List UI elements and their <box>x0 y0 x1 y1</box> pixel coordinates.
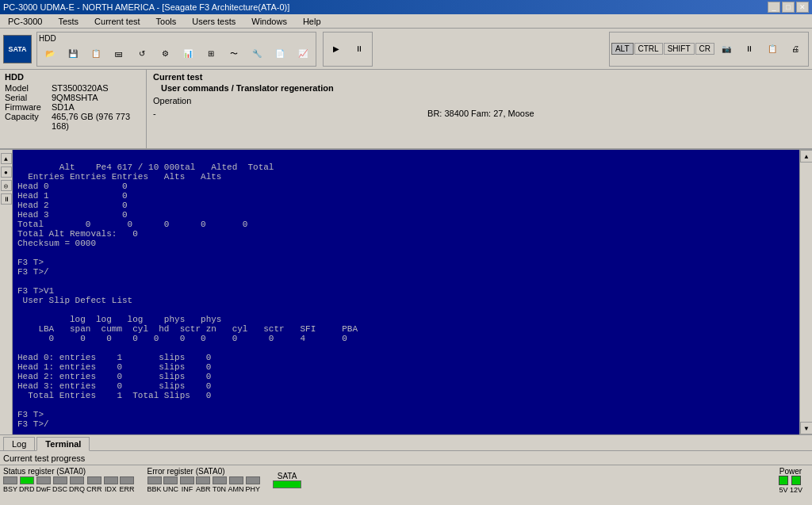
test-name: User commands / Translator regeneration <box>153 83 806 93</box>
dsc-label: DSC <box>52 485 67 493</box>
err-label: ERR <box>120 485 135 493</box>
crr-label: CRR <box>86 485 102 493</box>
bit-drq: DRQ <box>69 476 85 493</box>
sata-indicator: SATA <box>273 472 301 488</box>
dwf-led <box>36 476 51 484</box>
toolbar-copy-btn[interactable]: 📋 <box>85 43 107 65</box>
bit-bbk: BBK <box>147 476 162 493</box>
menu-bar: PC-3000 Tests Current test Tools Users t… <box>0 14 812 29</box>
toolbar-settings-btn[interactable]: ⚙ <box>154 43 176 65</box>
title-bar: PC-3000 UDMA-E - NORTH AMERICA - [Seagat… <box>0 0 812 14</box>
operation-value: - <box>153 109 156 118</box>
status-reg-group: Status register (SATA0) BSY DRD DwF DSC … <box>3 467 135 493</box>
drd-led <box>20 476 34 484</box>
close-button[interactable]: ✕ <box>796 2 809 13</box>
toolbar-open-btn[interactable]: 📂 <box>39 43 61 65</box>
unc-label: UNC <box>163 485 179 493</box>
t0n-label: T0N <box>213 485 226 493</box>
idx-label: IDX <box>105 485 117 493</box>
t0n-led <box>213 476 227 484</box>
toolbar-grid-btn[interactable]: ⊞ <box>200 43 222 65</box>
amn-led <box>229 476 243 484</box>
rom-print-btn[interactable]: 🖨 <box>784 38 806 60</box>
tabs-bar: Log Terminal <box>0 434 812 450</box>
maximize-button[interactable]: □ <box>782 2 795 13</box>
sata-indicator-label: SATA <box>278 472 297 480</box>
capacity-value: 465,76 GB (976 773 168) <box>52 112 141 131</box>
capacity-label: Capacity <box>5 112 48 131</box>
menu-current-test[interactable]: Current test <box>90 15 144 28</box>
bit-drd: DRD <box>19 476 35 493</box>
main-content: HDD Model ST3500320AS Serial 9QM8SHTA Fi… <box>0 70 812 149</box>
bit-amn: AMN <box>228 476 244 493</box>
power-bars: 5V 12V <box>779 476 802 494</box>
toolbar-refresh-btn[interactable]: ↺ <box>131 43 153 65</box>
error-reg-group: Error register (SATA0) BBK UNC INF ABR T… <box>147 467 261 493</box>
rom-copy2-btn[interactable]: 📋 <box>761 38 783 60</box>
inf-label: INF <box>182 485 193 493</box>
power-group: Power 5V 12V <box>779 467 802 494</box>
toolbar-chart-btn[interactable]: 📊 <box>177 43 199 65</box>
idx-led <box>104 476 118 484</box>
minimize-button[interactable]: _ <box>768 2 780 13</box>
toolbar-save-btn[interactable]: 💾 <box>62 43 84 65</box>
status-bar: Current test progress <box>0 450 812 465</box>
rom-shift-btn[interactable]: SHIFT <box>664 43 695 55</box>
toolbar-wave-btn[interactable]: 〜 <box>223 43 245 65</box>
hdd-serial-row: Serial 9QM8SHTA <box>5 93 141 102</box>
bit-dwf: DwF <box>36 476 52 493</box>
scroll-up-btn[interactable]: ▲ <box>800 150 812 163</box>
term-icon-3[interactable]: ◎ <box>1 180 12 191</box>
rom-pause2-btn[interactable]: ⏸ <box>738 38 760 60</box>
menu-pc3000[interactable]: PC-3000 <box>3 15 47 28</box>
menu-users-tests[interactable]: Users tests <box>187 15 240 28</box>
power-5v-label: 5V <box>779 486 787 494</box>
model-value: ST3500320AS <box>52 83 109 93</box>
terminal-content: Alt Pe4 617 / 10 000tal Alted Total Entr… <box>17 163 609 434</box>
error-reg-label: Error register (SATA0) <box>147 467 261 476</box>
abr-led <box>196 476 210 484</box>
error-reg-bits: BBK UNC INF ABR T0N AMN <box>147 476 261 493</box>
rom-ctrl-btn[interactable]: CTRL <box>634 43 663 55</box>
rom-alt-btn[interactable]: ALT <box>611 43 634 55</box>
bit-bsy: BSY <box>3 476 17 493</box>
menu-tools[interactable]: Tools <box>151 15 182 28</box>
toolbar-tool-btn[interactable]: 🔧 <box>246 43 268 65</box>
toolbar-hdd-btn[interactable]: 🖴 <box>108 43 130 65</box>
scroll-track <box>800 163 812 422</box>
unc-led <box>163 476 178 484</box>
hdd-firmware-row: Firmware SD1A <box>5 102 141 112</box>
err-led <box>120 476 134 484</box>
menu-tests[interactable]: Tests <box>53 15 83 28</box>
term-icon-4[interactable]: ⏸ <box>1 193 12 205</box>
serial-label: Serial <box>5 93 48 102</box>
menu-windows[interactable]: Windows <box>247 15 292 28</box>
terminal-scrollbar: ▲ ▼ <box>799 150 812 434</box>
terminal-screen[interactable]: Alt Pe4 617 / 10 000tal Alted Total Entr… <box>13 150 799 434</box>
toolbar-graph-btn[interactable]: 📈 <box>292 43 314 65</box>
reg-bar: Status register (SATA0) BSY DRD DwF DSC … <box>0 465 812 495</box>
status-reg-bits: BSY DRD DwF DSC DRQ CRR <box>3 476 135 493</box>
rom-cr-btn[interactable]: CR <box>695 43 714 55</box>
tab-terminal[interactable]: Terminal <box>36 437 90 451</box>
terminal-left-icons: ▲ ● ◎ ⏸ <box>0 150 13 434</box>
sata-led <box>273 480 301 488</box>
scroll-down-btn[interactable]: ▼ <box>800 422 812 434</box>
bit-phy: PHY <box>246 476 261 493</box>
term-icon-1[interactable]: ▲ <box>1 153 12 164</box>
status-text: Current test progress <box>3 453 85 463</box>
drq-label: DRQ <box>69 485 85 493</box>
toolbar-report-btn[interactable]: 📄 <box>269 43 291 65</box>
phy-label: PHY <box>246 485 261 493</box>
tab-log[interactable]: Log <box>3 437 35 450</box>
rom-camera-btn[interactable]: 📷 <box>715 38 737 60</box>
menu-help[interactable]: Help <box>298 15 326 28</box>
term-icon-2[interactable]: ● <box>1 166 12 178</box>
status-reg-label: Status register (SATA0) <box>3 467 135 476</box>
hdd-model-row: Model ST3500320AS <box>5 83 141 93</box>
power-5v-bar <box>779 476 788 485</box>
toolbar-play-btn[interactable]: ▶ <box>325 38 347 60</box>
toolbar-pause-btn[interactable]: ⏸ <box>348 38 370 60</box>
bit-abr: ABR <box>196 476 211 493</box>
firmware-value: SD1A <box>52 102 75 112</box>
